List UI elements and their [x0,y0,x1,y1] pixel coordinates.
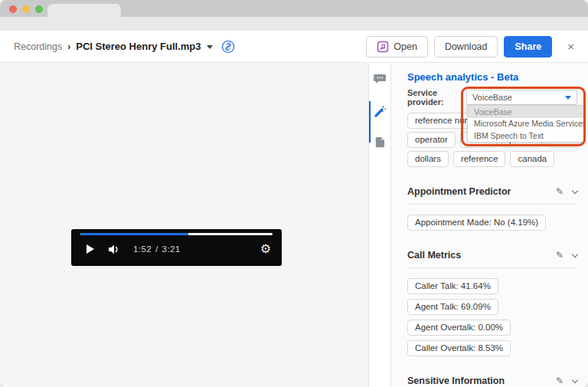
time-separator: / [155,244,158,254]
browser-titlebar [0,0,588,17]
share-button[interactable]: Share [504,36,552,57]
appointment-predictor-section: Appointment Predictor ✎ Appointment Made… [407,186,577,231]
section-title: Sensitive Information [407,376,505,386]
filename-caret-icon[interactable] [207,45,213,49]
volume-icon[interactable] [108,244,121,255]
topics-row-3: dollars reference canada [407,151,577,167]
app-body: 1:52 / 3:21 ⚙ [0,63,588,387]
time-display: 1:52 / 3:21 [133,244,181,254]
menu-option-ibm[interactable]: IBM Speech to Text [468,130,583,142]
shared-link-icon[interactable] [221,40,235,54]
service-provider-row: Service provider: VoiceBase VoiceBase Mi… [407,90,577,105]
audio-file-icon [377,41,389,53]
metric-chip[interactable]: Agent Overtalk: 0.00% [407,320,511,336]
sidebar-icon-strip [368,63,391,387]
section-header: Appointment Predictor ✎ [407,186,577,205]
breadcrumb: Recordings › PCI Stereo Henry Full.mp3 [14,40,235,54]
player-settings-icon[interactable]: ⚙ [260,243,271,255]
section-title: Call Metrics [407,250,461,261]
window-controls [9,5,43,13]
select-caret-icon [565,96,571,100]
metric-chip[interactable]: Agent Talk: 69.09% [407,299,498,315]
collapse-chevron-icon[interactable] [572,376,578,382]
sensitive-information-section: Sensitive Information ✎ PCI SSN [407,376,577,387]
breadcrumb-root[interactable]: Recordings [14,41,62,52]
service-provider-select[interactable]: VoiceBase [466,90,577,105]
duration: 3:21 [162,244,181,254]
menu-option-azure[interactable]: Microsoft Azure Media Services [468,118,583,130]
comments-tab-icon[interactable] [374,73,387,85]
edit-pencil-icon[interactable]: ✎ [556,251,564,260]
download-button[interactable]: Download [434,36,498,57]
active-tab-indicator [369,101,371,143]
close-window-button[interactable] [9,5,17,13]
metric-chip[interactable]: Caller Talk: 41.64% [407,278,498,294]
panel-title: Speech analytics - Beta [407,71,577,83]
menu-option-voicebase[interactable]: VoiceBase [468,106,583,118]
edit-pencil-icon[interactable]: ✎ [556,187,564,196]
current-time: 1:52 [133,244,152,254]
open-button-label: Open [394,41,417,52]
section-title: Appointment Predictor [407,186,511,197]
service-provider-value: VoiceBase [472,93,512,102]
service-provider-label: Service provider: [407,88,466,107]
open-button[interactable]: Open [366,36,428,57]
browser-toolbar [0,17,588,31]
section-header: Call Metrics ✎ [407,250,577,268]
breadcrumb-filename: PCI Stereo Henry Full.mp3 [76,41,201,52]
section-header: Sensitive Information ✎ [407,376,577,387]
collapse-chevron-icon[interactable] [572,251,578,257]
topic-chip[interactable]: operator [407,132,456,148]
minimize-window-button[interactable] [22,5,30,13]
details-document-icon[interactable] [375,136,385,148]
breadcrumb-separator-icon: › [67,41,70,52]
download-button-label: Download [445,41,488,52]
topic-chip[interactable]: canada [510,151,554,167]
topic-chip[interactable]: dollars [407,151,449,167]
header-actions: Open Download Share × [366,36,577,57]
metric-chip[interactable]: Caller Overtalk: 8.53% [407,340,511,356]
play-button[interactable] [87,244,94,254]
maximize-window-button[interactable] [35,5,43,13]
browser-tab[interactable] [47,4,121,17]
share-button-label: Share [514,41,541,52]
media-preview-area: 1:52 / 3:21 ⚙ [0,63,368,387]
skills-magic-wand-icon[interactable] [374,104,387,117]
speech-analytics-panel: Speech analytics - Beta Service provider… [391,63,588,387]
edit-pencil-icon[interactable]: ✎ [556,376,564,385]
appointment-chip[interactable]: Appointment Made: No (4.19%) [407,215,546,231]
app-header: Recordings › PCI Stereo Henry Full.mp3 [0,31,588,63]
close-preview-icon[interactable]: × [564,38,577,54]
browser-window: Recordings › PCI Stereo Henry Full.mp3 [0,0,588,387]
player-controls: 1:52 / 3:21 ⚙ [80,235,273,263]
collapse-chevron-icon[interactable] [572,187,578,193]
audio-player: 1:52 / 3:21 ⚙ [71,229,282,266]
topic-chip[interactable]: reference [453,151,506,167]
service-provider-menu: VoiceBase Microsoft Azure Media Services… [467,105,584,143]
call-metrics-section: Call Metrics ✎ Caller Talk: 41.64% Agent… [407,250,577,356]
